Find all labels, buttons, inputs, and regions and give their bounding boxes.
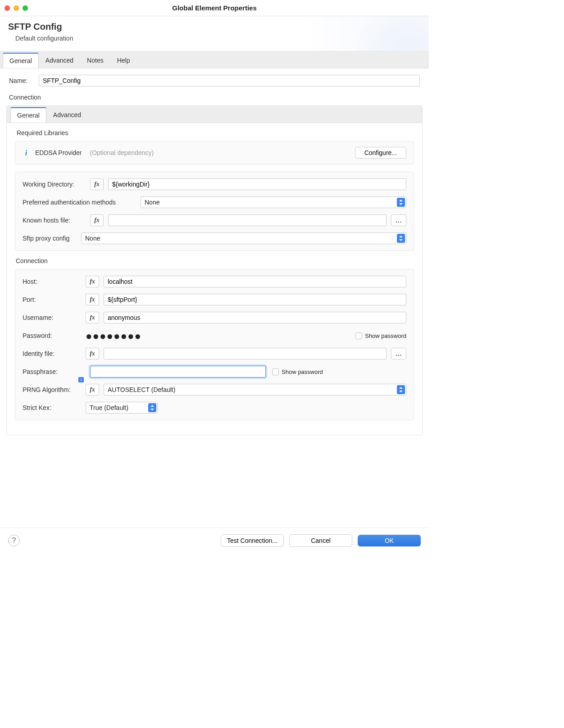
inner-tabs: General Advanced xyxy=(7,106,422,123)
strictkex-row: Strict Kex: True (Default) xyxy=(23,402,406,414)
port-row: Port: fx xyxy=(23,294,406,305)
general-fields-group: Working Directory: fx Preferred authenti… xyxy=(15,172,414,251)
password-label: Password: xyxy=(23,332,81,339)
proxy-config-value: None xyxy=(85,235,100,242)
show-password-checkbox[interactable] xyxy=(355,332,362,339)
prng-label: PRNG Algorithm: xyxy=(23,386,81,393)
strictkex-select[interactable]: True (Default) xyxy=(86,402,158,414)
known-hosts-label: Known hosts file: xyxy=(23,217,86,224)
passphrase-label: Passphrase: xyxy=(23,368,81,375)
fx-button[interactable]: fx xyxy=(86,294,99,305)
connection-fields-group: Host: fx Port: fx Username: fx Password: xyxy=(15,269,414,420)
working-directory-label: Working Directory: xyxy=(23,181,86,188)
inner-tab-general[interactable]: General xyxy=(10,107,46,123)
chevron-updown-icon xyxy=(397,198,405,207)
configure-button[interactable]: Configure... xyxy=(355,147,406,159)
main-tabs: General Advanced Notes Help xyxy=(0,51,429,68)
show-password-label: Show password xyxy=(365,332,406,339)
connection-sub-title: Connection xyxy=(16,257,414,264)
ok-button[interactable]: OK xyxy=(358,535,421,546)
host-input[interactable] xyxy=(104,276,406,287)
fx-button[interactable]: fx xyxy=(90,178,104,190)
chevron-updown-icon xyxy=(148,403,156,412)
fx-button[interactable]: fx xyxy=(86,348,99,359)
test-connection-button[interactable]: Test Connection... xyxy=(221,534,284,547)
working-directory-row: Working Directory: fx xyxy=(23,178,406,190)
prng-row: PRNG Algorithm: fx AUTOSELECT (Default) xyxy=(23,384,406,396)
titlebar: Global Element Properties xyxy=(0,0,429,16)
info-badge-icon: i xyxy=(78,377,84,382)
pref-auth-row: Preferred authentication methods None xyxy=(23,196,406,208)
prng-select[interactable]: AUTOSELECT (Default) xyxy=(104,384,406,396)
show-passphrase-checkbox[interactable] xyxy=(272,369,279,375)
known-hosts-input[interactable] xyxy=(108,214,387,226)
password-row: Password: ●●●●●●●● Show password xyxy=(23,330,406,341)
chevron-updown-icon xyxy=(397,385,405,394)
fx-button[interactable]: fx xyxy=(90,214,104,226)
library-name: EDDSA Provider xyxy=(35,149,82,156)
passphrase-row: Passphrase: i Show password xyxy=(23,366,406,378)
pref-auth-label: Preferred authentication methods xyxy=(23,199,136,206)
prng-value: AUTOSELECT (Default) xyxy=(108,386,175,393)
strictkex-label: Strict Kex: xyxy=(23,404,81,411)
tab-notes[interactable]: Notes xyxy=(80,53,110,68)
strictkex-value: True (Default) xyxy=(90,404,128,411)
password-masked: ●●●●●●●● xyxy=(86,330,349,341)
help-button[interactable]: ? xyxy=(8,535,20,546)
tab-general[interactable]: General xyxy=(3,53,39,68)
username-label: Username: xyxy=(23,314,81,321)
tab-help[interactable]: Help xyxy=(110,53,137,68)
fx-button[interactable]: fx xyxy=(86,276,99,287)
fx-button[interactable]: fx xyxy=(86,312,99,323)
host-label: Host: xyxy=(23,278,81,285)
name-input[interactable] xyxy=(39,75,420,86)
port-input[interactable] xyxy=(104,294,406,305)
cancel-button[interactable]: Cancel xyxy=(289,534,352,547)
window-title: Global Element Properties xyxy=(0,4,429,12)
info-icon: i xyxy=(23,149,30,156)
passphrase-input[interactable] xyxy=(90,366,266,378)
page-subtitle: Default configuration xyxy=(15,35,421,42)
proxy-config-select[interactable]: None xyxy=(81,232,406,244)
connection-groupbox: General Advanced Required Libraries i ED… xyxy=(6,105,423,435)
working-directory-input[interactable] xyxy=(108,178,406,190)
browse-button[interactable]: ... xyxy=(391,348,406,359)
username-row: Username: fx xyxy=(23,312,406,323)
port-label: Port: xyxy=(23,296,81,303)
content: Name: Connection General Advanced Requir… xyxy=(0,68,429,443)
name-label: Name: xyxy=(9,77,32,84)
show-password-2: Show password xyxy=(270,369,323,375)
library-hint: (Optional dependency) xyxy=(90,149,154,156)
proxy-config-row: Sftp proxy config None xyxy=(23,232,406,244)
pref-auth-select[interactable]: None xyxy=(141,196,406,208)
known-hosts-row: Known hosts file: fx ... xyxy=(23,214,406,226)
library-item: i EDDSA Provider (Optional dependency) xyxy=(23,149,154,156)
identity-file-row: Identity file: fx ... xyxy=(23,348,406,359)
proxy-config-label: Sftp proxy config xyxy=(23,235,77,242)
required-libraries-title: Required Libraries xyxy=(15,129,414,136)
fx-button[interactable]: fx xyxy=(86,384,99,396)
name-row: Name: xyxy=(6,72,423,91)
show-passphrase-label: Show password xyxy=(282,369,323,375)
pref-auth-value: None xyxy=(145,199,159,206)
chevron-updown-icon xyxy=(397,234,405,243)
inner-content: Required Libraries i EDDSA Provider (Opt… xyxy=(7,123,422,435)
required-libraries-box: i EDDSA Provider (Optional dependency) C… xyxy=(15,141,414,164)
identity-file-input[interactable] xyxy=(104,348,387,359)
connection-section-label: Connection xyxy=(9,94,423,101)
header: SFTP Config Default configuration xyxy=(0,16,429,51)
inner-tab-advanced[interactable]: Advanced xyxy=(46,107,88,123)
show-password-1: Show password xyxy=(354,332,406,339)
username-input[interactable] xyxy=(104,312,406,323)
browse-button[interactable]: ... xyxy=(391,214,406,226)
page-title: SFTP Config xyxy=(8,22,421,32)
tab-advanced[interactable]: Advanced xyxy=(39,53,80,68)
identity-file-label: Identity file: xyxy=(23,350,81,357)
footer: ? Test Connection... Cancel OK xyxy=(0,528,429,553)
host-row: Host: fx xyxy=(23,276,406,287)
